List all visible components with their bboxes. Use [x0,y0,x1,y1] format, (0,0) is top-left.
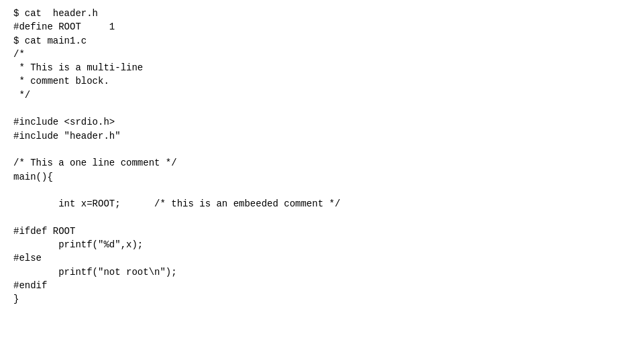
code-line-l12: /* This a one line comment */ [13,156,631,170]
code-line-l7: */ [13,88,631,102]
code-line-l6: * comment block. [13,74,631,88]
code-line-l11 [13,143,631,156]
code-line-l18: printf("%d",x); [13,238,631,251]
code-line-l3: $ cat main1.c [13,34,631,48]
code-line-l2: #define ROOT 1 [13,20,631,34]
code-line-l21: #endif [13,279,631,292]
code-line-l5: * This is a multi-line [13,61,631,74]
code-line-l14 [13,184,631,197]
code-line-l13: main(){ [13,170,631,184]
code-line-l8 [13,102,631,115]
code-display: $ cat header.h#define ROOT 1$ cat main1.… [0,0,644,313]
code-line-l22: } [13,292,631,306]
code-line-l1: $ cat header.h [13,7,631,20]
code-line-l9: #include <srdio.h> [13,115,631,129]
code-line-l17: #ifdef ROOT [13,225,631,238]
code-line-l4: /* [13,48,631,61]
code-line-l20: printf("not root\n"); [13,265,631,279]
code-line-l10: #include "header.h" [13,129,631,143]
code-line-l15: int x=ROOT; /* this is an embeeded comme… [13,197,631,210]
code-line-l19: #else [13,251,631,265]
code-line-l16 [13,210,631,224]
